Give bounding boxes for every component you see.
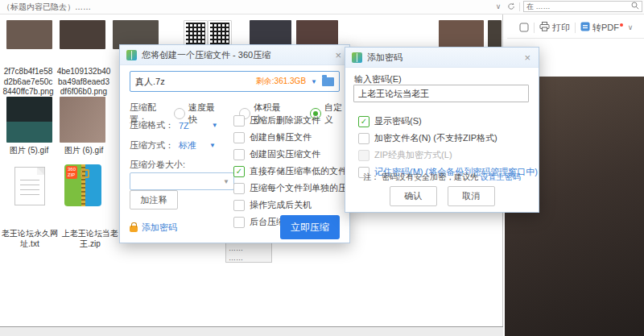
divider (519, 2, 520, 11)
file-name[interactable]: 老王论坛永久网址.txt (0, 229, 60, 249)
tooltip-line: …… (229, 243, 269, 253)
convert-pdf-button[interactable]: 转PDF ∨ (580, 22, 635, 34)
divider (507, 38, 644, 39)
window-bottom-edge (0, 326, 503, 336)
checkbox-label: 创建固实压缩文件 (250, 148, 320, 160)
volume-size-label: 压缩分卷大小: (130, 159, 185, 171)
dialog-titlebar[interactable]: 您将创建一个压缩文件 - 360压缩 × (120, 45, 349, 65)
disk-space-label: 剩余:361.3GB (256, 76, 306, 87)
chevron-down-icon[interactable]: ∨ (625, 23, 635, 32)
password-input[interactable] (353, 85, 529, 102)
file-name[interactable]: 图片 (5).gif (2, 146, 56, 156)
gif-thumbnail[interactable] (60, 97, 105, 143)
option-zip-classic-encryption: ZIP经典加密方式(L) (358, 149, 538, 161)
dialog-titlebar[interactable]: 添加密码 × (345, 48, 539, 68)
tooltip-line: …… (229, 253, 269, 263)
checkbox[interactable] (233, 183, 245, 194)
option-show-password[interactable]: ✓ 显示密码(S) (358, 115, 538, 127)
gif-thumbnail[interactable] (6, 97, 52, 143)
close-icon[interactable]: × (522, 52, 532, 63)
checkbox[interactable] (233, 200, 245, 211)
txt-file-icon[interactable] (14, 167, 45, 205)
close-icon[interactable]: × (333, 50, 343, 60)
pdf-icon (580, 22, 590, 33)
find-on-page-input[interactable]: 在 …… (523, 1, 642, 12)
password-note: 注： 密码没有安全加密，建议先 设置主密码 (345, 172, 539, 183)
image-thumbnail[interactable] (488, 20, 502, 49)
pdf-label: 转PDF (592, 22, 619, 34)
chevron-down-icon: ▼ (223, 178, 229, 185)
archive-name-input[interactable]: 真人.7z 剩余:361.3GB ▼ (130, 71, 340, 92)
password-input-label: 输入密码(E) (354, 73, 402, 85)
archive-filename[interactable]: 真人.7z (135, 76, 251, 88)
tab-title: （标题内容已隐去）…… (0, 2, 91, 13)
folder-browse-icon[interactable] (322, 77, 334, 86)
method-label: 压缩方式： (130, 139, 174, 151)
checkbox[interactable]: ✓ (233, 166, 245, 177)
divider (575, 23, 576, 33)
browser-titlebar: （标题内容已隐去）…… ∨ 在 …… (0, 0, 644, 15)
desktop: （标题内容已隐去）…… ∨ 在 …… 打印 (0, 0, 644, 336)
checkbox[interactable] (233, 132, 245, 143)
print-button[interactable]: 打印 (539, 22, 570, 34)
checkbox[interactable] (358, 133, 369, 144)
image-thumbnail[interactable] (439, 20, 484, 49)
find-query: 在 …… (526, 2, 631, 12)
zip-file-icon[interactable]: 360 ZIP (64, 164, 101, 206)
file-name[interactable]: 图片 (6).gif (56, 146, 111, 156)
checkbox-label: 压缩后删除源文件 (250, 114, 320, 127)
chevron-down-icon[interactable]: ▼ (212, 122, 218, 129)
add-password-link[interactable]: 添加密码 (130, 222, 177, 234)
option-encrypt-filenames[interactable]: 加密文件名(N) (不支持ZIP格式) (358, 132, 538, 144)
360zip-app-icon (352, 52, 362, 63)
360zip-app-icon (126, 50, 137, 60)
set-master-password-link[interactable]: 设置主密码 (481, 172, 521, 181)
dialog-title: 您将创建一个压缩文件 - 360压缩 (142, 49, 328, 61)
checkbox-label: 直接存储压缩率低的文件 (250, 165, 347, 177)
viewer-toolbar: 打印 转PDF ∨ (519, 18, 640, 37)
file-name[interactable]: 4be109132b40ba49af8eaed3df6f06b0.png (56, 67, 111, 97)
zipper-pull-icon (80, 169, 89, 178)
radio-icon[interactable] (174, 108, 185, 119)
add-password-dialog: 添加密码 × 输入密码(E) ✓ 显示密码(S) 加密文件名(N) (不支持ZI… (345, 47, 539, 213)
volume-size-select[interactable]: ▼ (130, 172, 234, 190)
format-label: 压缩格式： (130, 119, 174, 131)
note-text: 注： 密码没有安全加密，建议先 (363, 172, 481, 181)
refresh-icon[interactable] (506, 2, 516, 11)
checkbox[interactable]: ✓ (358, 116, 369, 127)
notification-dot (620, 23, 623, 27)
checkbox (358, 150, 369, 161)
method-value[interactable]: 标准 (179, 139, 196, 151)
create-archive-dialog: 您将创建一个压缩文件 - 360压缩 × 真人.7z 剩余:361.3GB ▼ … (119, 44, 350, 243)
zip-badge-label: 360 ZIP (66, 166, 77, 179)
chevron-down-icon[interactable]: ▼ (311, 78, 317, 85)
image-thumbnail[interactable] (60, 20, 105, 49)
add-comment-button[interactable]: 加注释 (130, 190, 178, 209)
cancel-button[interactable]: 取消 (448, 186, 495, 206)
checkbox[interactable] (233, 149, 245, 160)
checkbox-label: ZIP经典加密方式(L) (374, 149, 452, 161)
checkbox-label: 加密文件名(N) (不支持ZIP格式) (374, 132, 497, 144)
printer-icon (539, 22, 550, 33)
checkbox-label: 操作完成后关机 (250, 199, 312, 211)
confirm-button[interactable]: 确认 (390, 186, 437, 206)
compress-now-button[interactable]: 立即压缩 (280, 215, 340, 239)
lock-icon (130, 226, 138, 232)
chevron-down-icon[interactable]: ▼ (209, 142, 216, 149)
checkbox-label: 创建自解压文件 (250, 131, 312, 143)
save-image-icon[interactable] (519, 23, 529, 32)
divider (534, 23, 535, 33)
chevron-down-icon[interactable]: ∨ (493, 2, 503, 11)
dialog-title: 添加密码 (367, 52, 518, 64)
add-password-label: 添加密码 (142, 222, 177, 234)
file-name[interactable]: 上老王论坛当老王.zip (60, 229, 121, 249)
file-name[interactable]: 2f7c8b4f1e58d2b6ae7e50c8440ffc7b.png (2, 67, 55, 97)
checkbox[interactable] (233, 115, 245, 127)
print-label: 打印 (552, 22, 570, 34)
format-value[interactable]: 7Z (179, 121, 189, 131)
tooltip: …… …… (225, 242, 272, 263)
checkbox-label: 显示密码(S) (374, 115, 422, 127)
image-thumbnail[interactable] (6, 20, 52, 49)
search-icon[interactable] (631, 2, 639, 11)
